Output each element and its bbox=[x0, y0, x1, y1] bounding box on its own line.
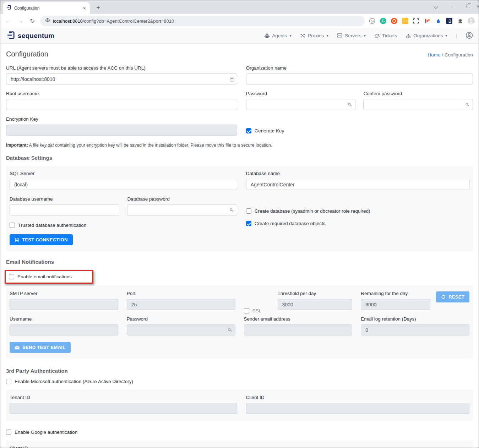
bars-extension-icon[interactable] bbox=[423, 17, 431, 25]
puzzle-extensions-icon[interactable] bbox=[456, 17, 464, 25]
trusted-auth-checkbox[interactable]: Trusted database authentication bbox=[10, 223, 86, 228]
encryption-key-field: Encryption Key bbox=[6, 116, 237, 136]
ticket-icon bbox=[374, 33, 380, 38]
capture-frame-extension-icon[interactable] bbox=[412, 17, 420, 25]
root-username-field: Root username bbox=[6, 91, 237, 110]
sender-email-label: Sender email address bbox=[244, 316, 353, 322]
enable-microsoft-checkbox[interactable]: Enable Microsoft authentication (Azure A… bbox=[6, 379, 133, 384]
url-input[interactable] bbox=[6, 73, 237, 84]
test-connection-button[interactable]: TEST CONNECTION bbox=[10, 234, 73, 245]
database-name-input[interactable] bbox=[246, 179, 469, 190]
password-label: Password bbox=[246, 91, 356, 96]
checkbox-icon[interactable] bbox=[246, 208, 251, 214]
droplet-extension-icon[interactable] bbox=[434, 17, 442, 25]
generate-key-checkbox[interactable]: Generate Key bbox=[246, 128, 284, 133]
browser-toolbar: ← → ↻ localhost:8010/config?db=AgentCont… bbox=[0, 14, 479, 28]
browser-window: Configuration × + – × ← → ↻ localhost:80… bbox=[0, 0, 479, 448]
url-label: URL (Agent servers must be able to acces… bbox=[6, 65, 237, 71]
send-test-email-button[interactable]: SEND TEST EMAIL bbox=[10, 342, 71, 353]
key-icon[interactable] bbox=[348, 102, 352, 107]
db-username-input[interactable] bbox=[10, 204, 119, 215]
sequentum-brand[interactable]: sequentum bbox=[6, 31, 54, 41]
robot-icon bbox=[264, 33, 270, 39]
root-username-input[interactable] bbox=[6, 99, 237, 110]
sender-email-field: Sender email address bbox=[244, 316, 353, 335]
sender-email-input bbox=[244, 324, 353, 335]
account-menu[interactable] bbox=[466, 32, 473, 40]
checkbox-icon[interactable] bbox=[6, 430, 11, 435]
retention-label: Email log retention (Days) bbox=[361, 316, 469, 322]
threshold-label: Threshold per day bbox=[278, 291, 353, 296]
minimize-button[interactable]: – bbox=[444, 4, 460, 9]
checkbox-icon[interactable] bbox=[6, 379, 11, 384]
ssl-checkbox[interactable]: SSL bbox=[244, 308, 278, 313]
checkbox-icon[interactable] bbox=[246, 128, 251, 133]
nav-tickets[interactable]: Tickets bbox=[374, 33, 397, 38]
tab-search-chevron-icon[interactable] bbox=[428, 4, 444, 9]
new-tab-button[interactable]: + bbox=[94, 4, 102, 12]
db-password-input[interactable] bbox=[127, 204, 237, 215]
close-button[interactable]: × bbox=[477, 4, 479, 9]
nav-agents[interactable]: Agents ▾ bbox=[264, 33, 291, 39]
tab-close-icon[interactable]: × bbox=[82, 5, 87, 11]
sql-server-input[interactable] bbox=[10, 179, 237, 190]
sequentum-extension-icon[interactable] bbox=[445, 17, 453, 25]
create-database-checkbox[interactable]: Create database (sysadmin or dbcreator r… bbox=[246, 208, 370, 214]
reset-button[interactable]: RESET bbox=[436, 291, 469, 302]
sql-server-field: SQL Server bbox=[10, 171, 237, 190]
window-controls: – × bbox=[428, 0, 479, 12]
envelope-icon bbox=[15, 345, 20, 350]
tenant-id-input bbox=[10, 403, 237, 414]
organization-input[interactable] bbox=[246, 73, 473, 84]
smtp-password-label: Password bbox=[127, 316, 235, 322]
url-field: URL (Agent servers must be able to acces… bbox=[6, 65, 237, 84]
key-icon[interactable] bbox=[465, 102, 470, 107]
nav-proxies[interactable]: Proxies ▾ bbox=[300, 33, 328, 38]
port-input bbox=[127, 299, 235, 310]
checkbox-icon[interactable] bbox=[244, 308, 249, 313]
checkbox-icon[interactable] bbox=[246, 221, 251, 226]
smtp-username-input bbox=[10, 324, 118, 335]
url-bar[interactable]: localhost:8010/config?db=AgentControlCen… bbox=[40, 16, 365, 26]
nav-organizations[interactable]: Organizations ▾ bbox=[405, 33, 447, 38]
checkbox-icon[interactable] bbox=[9, 274, 14, 279]
grammarly-extension-icon[interactable]: G bbox=[379, 17, 387, 25]
create-objects-checkbox[interactable]: Create required database objects bbox=[246, 221, 326, 226]
ring-extension-icon[interactable]: (-) bbox=[368, 17, 376, 25]
nav-servers[interactable]: Servers ▾ bbox=[337, 33, 366, 38]
organization-label: Organization name bbox=[246, 65, 473, 71]
red-annotation-box: Enable email notifications bbox=[5, 270, 93, 284]
checkbox-icon[interactable] bbox=[10, 223, 15, 228]
enable-google-checkbox[interactable]: Enable Google authentication bbox=[6, 430, 77, 435]
enable-email-checkbox[interactable]: Enable email notifications bbox=[9, 274, 72, 279]
forward-icon[interactable]: → bbox=[16, 17, 25, 25]
confirm-password-input[interactable] bbox=[363, 99, 473, 110]
dots-extension-icon[interactable]: ··· bbox=[401, 17, 409, 25]
threshold-input bbox=[278, 299, 353, 310]
chevron-down-icon: ▾ bbox=[445, 34, 447, 38]
db-username-label: Database username bbox=[10, 196, 119, 202]
database-settings-panel: SQL Server Database name Database userna… bbox=[6, 166, 473, 251]
back-icon[interactable]: ← bbox=[4, 17, 12, 25]
confirm-password-label: Confirm password bbox=[363, 91, 473, 96]
smtp-server-input bbox=[10, 299, 118, 310]
shuffle-icon bbox=[300, 33, 306, 38]
url-host: localhost:8010 bbox=[53, 18, 83, 24]
breadcrumb-home-link[interactable]: Home bbox=[428, 52, 440, 58]
profile-avatar[interactable] bbox=[467, 17, 475, 25]
person-circle-icon bbox=[466, 32, 473, 40]
main-nav: Agents ▾ Proxies ▾ Servers ▾ Tickets Org… bbox=[264, 32, 473, 40]
db-password-label: Database password bbox=[127, 196, 237, 202]
reload-icon[interactable]: ↻ bbox=[28, 17, 37, 25]
email-notifications-heading: Email Notifications bbox=[6, 259, 473, 265]
restore-button[interactable] bbox=[460, 4, 477, 9]
encryption-note: Important: A file key.dat containing you… bbox=[6, 143, 473, 148]
browser-tab[interactable]: Configuration × bbox=[3, 2, 90, 14]
port-label: Port bbox=[127, 291, 235, 296]
smtp-server-field: SMTP server bbox=[10, 291, 118, 310]
remaining-field: Remaining for the day bbox=[361, 291, 430, 310]
screenshot-extension-icon[interactable] bbox=[390, 17, 398, 25]
key-icon[interactable] bbox=[229, 208, 234, 212]
password-input[interactable] bbox=[246, 99, 356, 110]
page-content: Configuration Home / Configuration URL (… bbox=[0, 44, 479, 448]
